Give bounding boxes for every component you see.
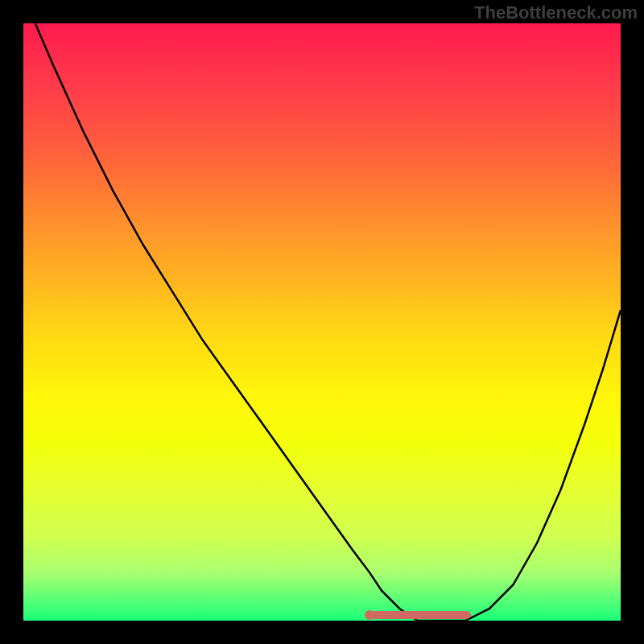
plot-area (23, 23, 621, 621)
chart-frame: TheBottleneck.com (0, 0, 644, 644)
watermark-text: TheBottleneck.com (474, 2, 638, 23)
optimal-range-band (369, 611, 471, 619)
bottleneck-curve (23, 23, 621, 621)
curve-path (35, 23, 621, 621)
